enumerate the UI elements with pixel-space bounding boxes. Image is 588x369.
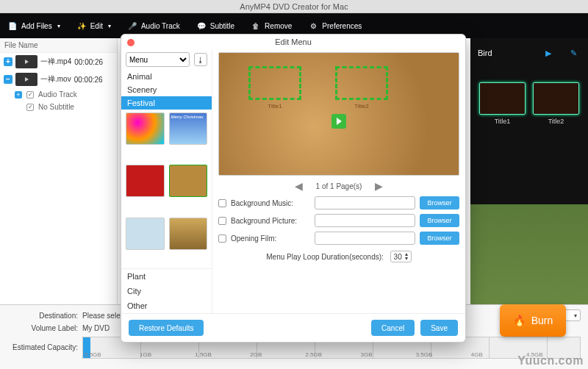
play-icon[interactable] (331, 114, 346, 129)
file-duration: 00:00:26 (74, 76, 103, 84)
destination-label: Destination: (7, 312, 78, 320)
template-thumb[interactable] (169, 112, 208, 145)
dialog-title: Edit Menu (275, 37, 312, 46)
title-label: Title2 (335, 103, 388, 110)
file-row[interactable]: − 一禅.mov 00:00:26 (0, 71, 117, 88)
checkbox[interactable]: ✓ (26, 104, 34, 111)
edit-icon: ✨ (76, 21, 87, 31)
loop-label: Menu Play Loop Duration(seconds): (266, 253, 384, 261)
volume-label-label: Volume Label: (7, 324, 78, 332)
edit-button[interactable]: ✨Edit▾ (76, 21, 111, 31)
checkbox[interactable]: ✓ (26, 91, 34, 98)
mic-icon: 🎤 (127, 21, 137, 31)
close-icon[interactable] (127, 39, 135, 46)
loop-duration-stepper[interactable]: 30▴▾ (390, 251, 412, 262)
bg-picture-checkbox[interactable] (218, 217, 226, 225)
window-titlebar: AnyMP4 DVD Creator for Mac (0, 0, 588, 13)
next-page-button[interactable]: ▶ (375, 180, 383, 192)
bg-music-input[interactable] (315, 196, 415, 209)
opening-film-checkbox[interactable] (218, 234, 226, 243)
category-item[interactable]: Scenery (121, 83, 212, 96)
file-name: 一禅.mp4 (40, 57, 71, 67)
category-item[interactable]: Festival (121, 96, 212, 110)
bg-picture-browse-button[interactable]: Browser (420, 214, 459, 227)
est-capacity-label: Estimated Capacity: (7, 343, 78, 351)
edit-preview-button[interactable]: ✎ (566, 46, 581, 60)
title-slot[interactable] (335, 66, 388, 100)
bg-picture-input[interactable] (315, 214, 415, 227)
preferences-button[interactable]: ⚙Preferences (308, 21, 362, 31)
category-item[interactable]: Plant (121, 269, 212, 284)
pager-label: 1 of 1 Page(s) (316, 182, 362, 190)
template-grid (121, 110, 212, 268)
trash-icon: 🗑 (251, 21, 261, 31)
bg-picture-label: Background Picture: (231, 217, 310, 225)
play-button[interactable]: ▶ (541, 46, 556, 60)
menu-preview: Title1 Title2 (218, 52, 459, 176)
category-item[interactable]: Other (121, 298, 212, 313)
expand-icon[interactable]: + (4, 57, 12, 66)
add-files-button[interactable]: 📄Add Files▾ (7, 21, 60, 31)
bg-music-label: Background Music: (231, 199, 310, 207)
file-thumb (15, 55, 37, 68)
preview-pane: Bird ▶ ✎ Title1 Title2 (470, 38, 588, 340)
bg-music-browse-button[interactable]: Browser (420, 196, 459, 209)
title-label: Title1 (248, 103, 301, 110)
preview-label: Bird (478, 49, 492, 57)
title-slot[interactable] (248, 66, 301, 100)
download-icon[interactable]: ⭳ (194, 53, 207, 66)
template-thumb[interactable] (126, 218, 165, 250)
file-name: 一禅.mov (40, 74, 71, 85)
burn-button[interactable]: 🔥 Burn (500, 304, 566, 337)
preview-thumb[interactable]: Title2 (533, 82, 579, 125)
edit-menu-dialog: Edit Menu Menu ⭳ AnimalSceneryFestival P… (121, 34, 466, 343)
template-thumb[interactable] (169, 218, 208, 250)
opening-film-browse-button[interactable]: Browser (420, 232, 459, 245)
watermark: Yuucn.com (517, 354, 584, 368)
prev-page-button[interactable]: ◀ (295, 180, 303, 192)
template-thumb[interactable] (169, 165, 208, 197)
subtitle-row[interactable]: ✓ No Subtitle (0, 101, 117, 113)
subtitle-button[interactable]: 💬Subtitle (196, 21, 234, 31)
audio-track-button[interactable]: 🎤Audio Track (127, 21, 180, 31)
opening-film-label: Opening Film: (231, 234, 310, 243)
opening-film-input[interactable] (315, 232, 415, 245)
collapse-icon[interactable]: − (4, 75, 12, 84)
remove-button[interactable]: 🗑Remove (251, 21, 292, 31)
category-item[interactable]: Animal (121, 70, 212, 83)
subtitle-icon: 💬 (196, 21, 207, 31)
file-duration: 00:00:26 (74, 58, 103, 66)
add-audio-icon[interactable]: + (15, 91, 22, 98)
save-button[interactable]: Save (420, 320, 458, 336)
preview-thumb[interactable]: Title1 (479, 82, 526, 125)
audio-track-row[interactable]: + ✓ Audio Track (0, 88, 117, 101)
template-type-select[interactable]: Menu (126, 52, 190, 67)
restore-defaults-button[interactable]: Restore Defaults (129, 320, 204, 336)
cancel-button[interactable]: Cancel (371, 320, 415, 336)
gear-icon: ⚙ (308, 21, 318, 31)
file-list-panel: File Name + 一禅.mp4 00:00:26 − 一禅.mov 00:… (0, 38, 118, 340)
bg-music-checkbox[interactable] (218, 199, 226, 207)
template-thumb[interactable] (126, 165, 165, 197)
burn-icon: 🔥 (513, 315, 526, 326)
category-item[interactable]: City (121, 284, 212, 298)
template-thumb[interactable] (126, 112, 165, 145)
file-thumb (15, 73, 37, 86)
file-row[interactable]: + 一禅.mp4 00:00:26 (0, 53, 117, 71)
add-files-icon: 📄 (7, 21, 18, 31)
file-list-header: File Name (0, 38, 117, 53)
